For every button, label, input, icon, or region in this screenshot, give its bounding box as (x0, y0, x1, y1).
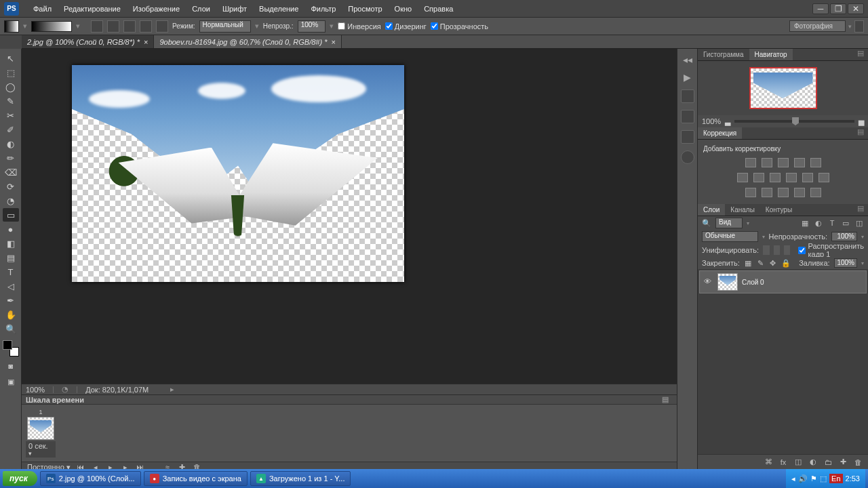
menu-type[interactable]: Шрифт (216, 1, 253, 17)
navigator-viewport[interactable] (698, 61, 868, 115)
new-layer-icon[interactable]: ✚ (838, 458, 848, 467)
filter-adjust-icon[interactable]: ◐ (814, 218, 823, 228)
menu-window[interactable]: Окно (389, 1, 418, 17)
tray-icon[interactable]: ⚑ (810, 474, 817, 483)
brush-tool[interactable]: ✏ (3, 151, 19, 165)
adjustments-tab[interactable]: Коррекция (698, 127, 742, 139)
start-button[interactable]: пуск (3, 471, 37, 486)
balance-icon[interactable] (753, 173, 764, 182)
timeline-frame[interactable]: 1 0 сек. ▾ (26, 409, 56, 458)
vibrance-icon[interactable] (810, 158, 821, 167)
filter-shape-icon[interactable]: ▭ (841, 218, 850, 228)
brightness-icon[interactable] (745, 158, 756, 167)
layer-opacity-input[interactable]: 100% (831, 232, 857, 241)
document-tab-1[interactable]: 2.jpg @ 100% (Слой 0, RGB/8*) *× (22, 35, 154, 48)
type-tool[interactable]: T (3, 265, 19, 279)
path-tool[interactable]: ◁ (3, 279, 19, 293)
unify-visibility-icon[interactable] (774, 245, 780, 255)
new-group-icon[interactable]: 🗀 (823, 458, 833, 467)
link-layers-icon[interactable]: ⌘ (764, 458, 773, 467)
taskbar-app-photoshop[interactable]: Ps2.jpg @ 100% (Слой... (40, 471, 141, 486)
filter-text-icon[interactable]: T (827, 218, 837, 228)
opacity-input[interactable]: 100% (298, 20, 326, 33)
lock-position-icon[interactable]: ✥ (769, 258, 777, 268)
heal-tool[interactable]: ◐ (3, 137, 19, 150)
expand-icon[interactable]: ◂◂ (683, 54, 692, 65)
layer-filter-select[interactable]: Вид (715, 218, 743, 228)
new-adjustment-icon[interactable]: ◐ (808, 458, 818, 467)
window-close[interactable]: ✕ (848, 3, 864, 14)
eraser-tool[interactable]: ◔ (3, 194, 19, 207)
curves-icon[interactable] (778, 158, 789, 167)
zoom-tool[interactable]: 🔍 (3, 322, 19, 336)
layer-row[interactable]: 👁 Слой 0 (699, 270, 867, 293)
gradient-tool-icon[interactable] (4, 20, 19, 33)
clone-panel-icon[interactable] (681, 130, 694, 144)
visibility-icon[interactable]: 👁 (704, 277, 713, 287)
filter-pixel-icon[interactable]: ▦ (800, 218, 810, 228)
delete-layer-icon[interactable]: 🗑 (853, 458, 863, 467)
layer-name[interactable]: Слой 0 (742, 279, 764, 286)
menu-help[interactable]: Справка (418, 1, 459, 17)
eyedropper-tool[interactable]: ✐ (3, 123, 19, 136)
hue-icon[interactable] (737, 173, 748, 182)
document-tab-2[interactable]: 9oboev.ru-81694.jpg @ 60,7% (Слой 0, RGB… (154, 35, 342, 48)
gradient-tool[interactable]: ▭ (3, 208, 19, 222)
menu-filter[interactable]: Фильтр (304, 1, 342, 17)
layers-tab[interactable]: Слои (698, 204, 725, 216)
unify-position-icon[interactable] (763, 245, 769, 255)
zoom-in-icon[interactable]: ▅ (859, 117, 864, 126)
shape-tool[interactable]: ✒ (3, 293, 19, 307)
menu-image[interactable]: Изображение (127, 1, 186, 17)
menu-edit[interactable]: Редактирование (58, 1, 127, 17)
document-canvas[interactable] (72, 65, 404, 282)
marquee-tool[interactable]: ⬚ (3, 66, 19, 79)
canvas-area[interactable] (22, 49, 677, 384)
histogram-tab[interactable]: Гистограмма (698, 49, 749, 60)
menu-view[interactable]: Просмотр (342, 1, 388, 17)
close-icon[interactable]: × (144, 38, 148, 46)
zoom-out-icon[interactable]: ▃ (725, 117, 730, 126)
channels-tab[interactable]: Каналы (725, 204, 760, 216)
levels-icon[interactable] (762, 158, 772, 167)
layer-thumbnail[interactable] (717, 273, 738, 291)
screenmode-icon[interactable]: ▣ (3, 375, 19, 388)
lock-pixels-icon[interactable]: ✎ (756, 258, 764, 268)
tray-icon[interactable]: ◂ (791, 474, 795, 483)
system-tray[interactable]: ◂ 🔊 ⚑ ⬚ En 2:53 (786, 469, 865, 488)
filter-smart-icon[interactable]: ◫ (854, 218, 864, 228)
exposure-icon[interactable] (794, 158, 805, 167)
close-icon[interactable]: × (331, 38, 335, 46)
gradient-linear-icon[interactable] (91, 20, 103, 33)
panel-menu-icon[interactable]: ▤ (853, 204, 868, 216)
move-tool[interactable]: ↖ (3, 52, 19, 65)
gradient-preset[interactable] (31, 21, 72, 32)
stamp-tool[interactable]: ⌫ (3, 165, 19, 179)
lock-all-icon[interactable]: 🔒 (781, 258, 791, 268)
dodge-tool[interactable]: ◧ (3, 237, 19, 250)
language-indicator[interactable]: En (829, 474, 842, 483)
actions-panel-icon[interactable] (681, 110, 694, 123)
nav-zoom-value[interactable]: 100% (702, 117, 721, 125)
unify-style-icon[interactable] (784, 245, 790, 255)
lock-transparency-icon[interactable]: ▦ (744, 258, 752, 268)
color-swatches[interactable] (3, 340, 19, 357)
workspace-menu-icon[interactable] (854, 20, 864, 33)
panel-menu-icon[interactable]: ▤ (853, 127, 868, 139)
gradient-radial-icon[interactable] (107, 20, 119, 33)
lasso-tool[interactable]: ◯ (3, 80, 19, 94)
gradient-reflected-icon[interactable] (140, 20, 152, 33)
navigator-tab[interactable]: Навигатор (749, 49, 793, 60)
blur-tool[interactable]: ● (3, 222, 19, 236)
mixer-icon[interactable] (802, 173, 813, 182)
paths-tab[interactable]: Контуры (760, 204, 797, 216)
history-brush-tool[interactable]: ⟳ (3, 180, 19, 193)
transparency-checkbox[interactable]: Прозрачность (431, 22, 488, 30)
taskbar-app-recorder[interactable]: ●Запись видео с экрана (144, 471, 248, 486)
threshold-icon[interactable] (778, 188, 789, 197)
gradient-angle-icon[interactable] (123, 20, 136, 33)
window-minimize[interactable]: ─ (812, 3, 829, 14)
layer-mask-icon[interactable]: ◫ (793, 458, 803, 467)
selective-icon[interactable] (810, 188, 821, 197)
blend-mode-select[interactable]: Обычные (702, 231, 758, 242)
